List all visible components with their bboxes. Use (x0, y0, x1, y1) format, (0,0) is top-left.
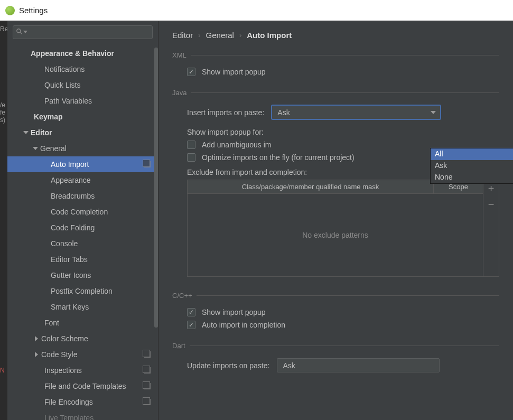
tree-smart-keys[interactable]: Smart Keys (7, 299, 158, 315)
copy-icon (144, 382, 152, 390)
tree-notifications[interactable]: Notifications (7, 61, 158, 77)
tree-auto-import[interactable]: Auto Import (7, 156, 158, 172)
tree-code-folding[interactable]: Code Folding (7, 220, 158, 236)
section-java: Java (172, 89, 186, 97)
tree-keymap[interactable]: Keymap (7, 109, 158, 125)
titlebar: Settings (0, 0, 513, 21)
left-gutter: Re /e fe s) N (0, 21, 7, 420)
tree-gutter-icons[interactable]: Gutter Icons (7, 267, 158, 283)
dropdown-option-none[interactable]: None (431, 172, 513, 183)
tree-editor-tabs[interactable]: Editor Tabs (7, 251, 158, 267)
tree-quick-lists[interactable]: Quick Lists (7, 77, 158, 93)
search-input[interactable] (13, 25, 153, 39)
expand-icon[interactable] (23, 131, 29, 134)
chevron-down-icon (431, 111, 436, 114)
app-icon (5, 6, 15, 15)
chevron-right-icon: › (198, 31, 200, 39)
ccpp-auto-import-checkbox[interactable] (187, 321, 195, 329)
tree-color-scheme[interactable]: Color Scheme (7, 331, 158, 347)
xml-show-import-popup-checkbox[interactable] (187, 68, 195, 76)
dart-update-imports-label: Update imports on paste: (187, 361, 269, 370)
tree-code-style[interactable]: Code Style (7, 347, 158, 362)
expand-icon[interactable] (35, 352, 38, 357)
tree-editor[interactable]: Editor (7, 125, 158, 141)
ccpp-auto-import-label: Auto import in completion (202, 321, 285, 329)
tree-file-code-templates[interactable]: File and Code Templates (7, 378, 158, 394)
window-title: Settings (19, 6, 48, 15)
java-optimize-fly-label: Optimize imports on the fly (for current… (202, 153, 355, 162)
dart-update-imports-select[interactable]: Ask (277, 358, 440, 372)
java-insert-imports-label: Insert imports on paste: (187, 108, 264, 117)
crumb-auto-import: Auto Import (247, 31, 292, 40)
search-dropdown-icon[interactable] (23, 31, 27, 33)
tree-postfix-completion[interactable]: Postfix Completion (7, 283, 158, 299)
crumb-editor[interactable]: Editor (172, 31, 193, 40)
java-add-unambiguous-label: Add unambiguous im (202, 141, 272, 149)
section-ccpp: C/C++ (172, 292, 192, 300)
main-panel: Editor › General › Auto Import XML Show … (158, 21, 513, 420)
add-button[interactable]: + (488, 183, 495, 194)
sidebar: Appearance & Behavior Notifications Quic… (7, 21, 158, 420)
java-optimize-fly-checkbox[interactable] (187, 153, 195, 162)
tree-file-encodings[interactable]: File Encodings (7, 394, 158, 410)
insert-imports-dropdown[interactable]: All Ask None (430, 148, 513, 184)
copy-icon (144, 161, 152, 168)
dropdown-option-ask[interactable]: Ask (431, 160, 513, 172)
svg-point-0 (17, 29, 21, 33)
exclude-table: Class/package/member qualified name mask… (187, 180, 499, 277)
expand-icon[interactable] (33, 147, 38, 150)
search-box[interactable] (13, 25, 153, 39)
tree-live-templates[interactable]: Live Templates (7, 410, 158, 420)
tree-inspections[interactable]: Inspections (7, 362, 158, 378)
copy-icon (144, 398, 152, 406)
java-add-unambiguous-checkbox[interactable] (187, 141, 195, 149)
search-icon (16, 28, 23, 35)
copy-icon (144, 367, 152, 374)
section-xml: XML (172, 51, 186, 59)
tree-appearance[interactable]: Appearance (7, 172, 158, 188)
expand-icon[interactable] (35, 336, 38, 341)
tree-path-variables[interactable]: Path Variables (7, 93, 158, 109)
exclude-empty: No exclude patterns (188, 194, 483, 276)
java-show-import-popup-for-label: Show import popup for: (187, 128, 264, 136)
tree-breadcrumbs[interactable]: Breadcrumbs (7, 188, 158, 204)
tree-code-completion[interactable]: Code Completion (7, 204, 158, 220)
remove-button[interactable]: − (488, 199, 495, 210)
breadcrumb: Editor › General › Auto Import (172, 31, 499, 40)
copy-icon (144, 351, 152, 358)
ccpp-show-import-popup-label: Show import popup (202, 308, 266, 316)
section-dart: Dart (172, 342, 185, 350)
crumb-general[interactable]: General (206, 31, 234, 40)
col-mask[interactable]: Class/package/member qualified name mask (188, 180, 434, 193)
tree-appearance-behavior[interactable]: Appearance & Behavior (7, 45, 158, 61)
tree-font[interactable]: Font (7, 315, 158, 331)
svg-line-1 (20, 32, 22, 34)
tree-general[interactable]: General (7, 141, 158, 156)
settings-tree[interactable]: Appearance & Behavior Notifications Quic… (7, 43, 158, 420)
tree-console[interactable]: Console (7, 236, 158, 251)
ccpp-show-import-popup-checkbox[interactable] (187, 308, 195, 316)
xml-show-import-popup-label: Show import popup (202, 68, 266, 76)
dropdown-option-all[interactable]: All (431, 148, 513, 160)
scrollbar-thumb[interactable] (154, 48, 158, 328)
java-insert-imports-select[interactable]: Ask (272, 105, 441, 119)
chevron-right-icon: › (239, 31, 241, 39)
